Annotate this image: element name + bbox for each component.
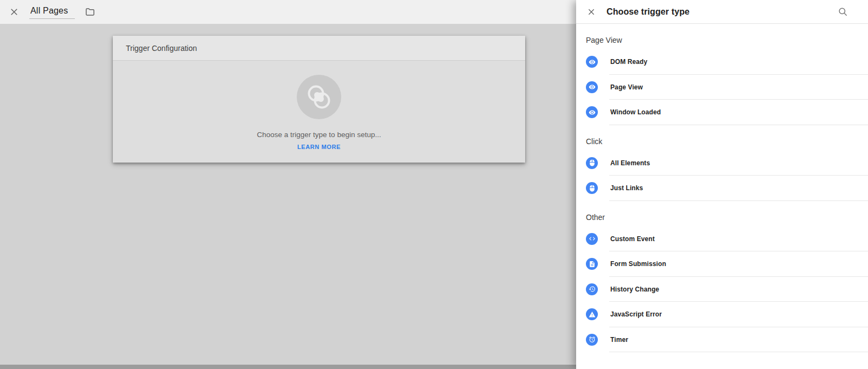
trigger-name: All Pages	[30, 6, 68, 15]
timer-icon	[586, 334, 598, 346]
panel-header: Choose trigger type	[576, 0, 868, 24]
trigger-name-field[interactable]: All Pages	[29, 5, 75, 19]
trigger-type-label: History Change	[610, 286, 659, 293]
search-button[interactable]	[837, 5, 850, 18]
trigger-type-label: JavaScript Error	[610, 310, 662, 318]
trigger-type-label: Window Loaded	[610, 108, 661, 116]
section-heading: Click	[576, 125, 868, 151]
history-icon	[586, 283, 598, 295]
close-icon	[9, 7, 19, 17]
trigger-configuration-card: Trigger Configuration Choose a trigger t…	[113, 36, 525, 163]
trigger-type-label: Timer	[610, 336, 628, 344]
eye-icon	[586, 56, 598, 68]
mouse-icon	[586, 157, 598, 169]
learn-more-link[interactable]: LEARN MORE	[297, 144, 341, 150]
section-heading: Page View	[576, 24, 868, 49]
eye-icon	[586, 106, 598, 118]
choose-trigger-type-panel: Choose trigger type Page ViewDOM ReadyPa…	[576, 0, 868, 369]
trigger-type-item[interactable]: Just Links	[576, 176, 868, 201]
trigger-type-item[interactable]: Window Loaded	[576, 100, 868, 125]
trigger-type-label: Page View	[610, 83, 643, 91]
warning-icon	[586, 308, 598, 320]
row-divider	[609, 200, 868, 201]
trigger-type-placeholder[interactable]: Choose a trigger type to begin setup... …	[113, 61, 525, 163]
placeholder-text: Choose a trigger type to begin setup...	[257, 131, 381, 139]
trigger-type-item[interactable]: Form Submission	[576, 251, 868, 277]
folder-icon	[85, 7, 95, 17]
code-icon	[586, 233, 598, 245]
row-divider	[609, 352, 868, 352]
trigger-type-item[interactable]: DOM Ready	[576, 49, 868, 75]
trigger-type-label: Just Links	[610, 184, 643, 192]
trigger-type-label: Custom Event	[610, 235, 655, 243]
row-divider	[609, 125, 868, 125]
mouse-icon	[586, 182, 598, 194]
trigger-type-list: Page ViewDOM ReadyPage ViewWindow Loaded…	[576, 24, 868, 352]
trigger-configuration-title: Trigger Configuration	[126, 44, 197, 53]
trigger-type-item[interactable]: JavaScript Error	[576, 302, 868, 327]
folder-button[interactable]	[81, 3, 99, 21]
search-icon	[838, 7, 848, 17]
form-icon	[586, 258, 598, 270]
close-editor-button[interactable]	[4, 2, 24, 22]
close-icon	[587, 8, 596, 16]
trigger-type-item[interactable]: All Elements	[576, 151, 868, 176]
trigger-type-item[interactable]: History Change	[576, 277, 868, 302]
eye-icon	[586, 81, 598, 93]
panel-title: Choose trigger type	[607, 7, 690, 17]
trigger-configuration-header: Trigger Configuration	[113, 36, 525, 61]
trigger-type-item[interactable]: Page View	[576, 75, 868, 100]
trigger-type-item[interactable]: Timer	[576, 327, 868, 353]
close-panel-button[interactable]	[584, 4, 599, 20]
section-heading: Other	[576, 201, 868, 226]
trigger-type-label: Form Submission	[610, 260, 666, 268]
trigger-type-label: DOM Ready	[610, 58, 647, 66]
trigger-type-item[interactable]: Custom Event	[576, 226, 868, 252]
bottom-edge-strip	[0, 365, 576, 369]
trigger-type-label: All Elements	[610, 159, 650, 167]
trigger-rings-icon	[297, 75, 341, 119]
